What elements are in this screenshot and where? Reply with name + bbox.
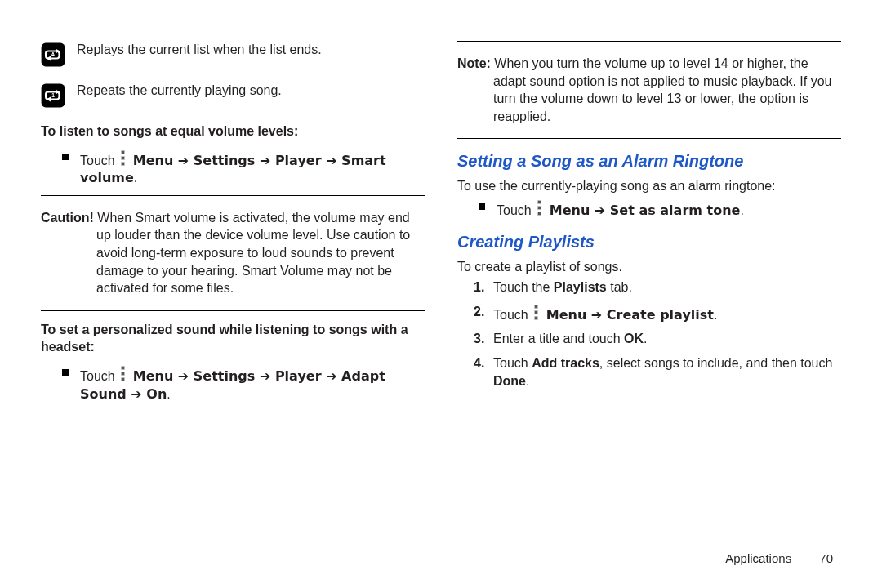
caution-block: Caution! When Smart volume is activated,…	[41, 209, 425, 297]
menu-overflow-icon	[118, 364, 127, 383]
creating-playlists-title: Creating Playlists	[457, 231, 841, 253]
adapt-sound-text: Touch Menu ➔ Settings ➔ Player ➔ Adapt S…	[80, 364, 425, 403]
step-3: 3. Enter a title and touch OK.	[474, 330, 841, 348]
step3-a: Enter a title and touch	[493, 332, 624, 345]
touch-label: Touch	[80, 369, 118, 383]
bullet-icon	[62, 154, 69, 160]
smart-volume-text: Touch Menu ➔ Settings ➔ Player ➔ Smart v…	[80, 149, 425, 187]
playlist-steps: 1. Touch the Playlists tab. 2. Touch Men…	[474, 278, 841, 390]
bullet-icon	[62, 369, 69, 376]
left-column: A Replays the current list when the list…	[41, 41, 425, 572]
touch-label: Touch	[80, 154, 118, 167]
alarm-ringtone-title: Setting a Song as an Alarm Ringtone	[457, 150, 841, 172]
caution-body: When Smart volume is activated, the volu…	[94, 211, 410, 295]
svg-text:A: A	[51, 51, 56, 57]
repeat-one-text: Repeats the currently playing song.	[77, 82, 282, 100]
repeat-one-icon: 1	[41, 83, 65, 108]
repeat-all-row: A Replays the current list when the list…	[41, 41, 425, 67]
repeat-all-icon: A	[41, 42, 65, 67]
svg-text:1: 1	[51, 92, 55, 98]
note-label: Note:	[457, 56, 491, 70]
touch-label: Touch	[497, 203, 535, 217]
step-4: 4. Touch Add tracks, select songs to inc…	[474, 354, 841, 390]
smart-volume-step: Touch Menu ➔ Settings ➔ Player ➔ Smart v…	[62, 149, 425, 187]
menu-path-alarm: Menu ➔ Set as alarm tone	[545, 203, 740, 218]
caution-label: Caution!	[41, 211, 94, 225]
footer-section: Applications	[725, 551, 791, 565]
alarm-step-text: Touch Menu ➔ Set as alarm tone.	[497, 198, 744, 220]
step1-c: tab.	[607, 280, 632, 294]
adapt-sound-heading: To set a personalized sound while listen…	[41, 321, 425, 356]
right-column: Note: When you turn the volume up to lev…	[457, 41, 841, 572]
manual-page: A Replays the current list when the list…	[0, 0, 882, 588]
repeat-one-row: 1 Repeats the currently playing song.	[41, 82, 425, 108]
divider	[457, 138, 841, 139]
repeat-all-text: Replays the current list when the list e…	[77, 41, 322, 59]
step4-b: Add tracks	[532, 356, 599, 370]
step4-a: Touch	[493, 356, 532, 370]
step4-d: Done	[493, 374, 526, 388]
menu-overflow-icon	[118, 149, 127, 167]
alarm-step: Touch Menu ➔ Set as alarm tone.	[479, 198, 841, 220]
playlist-intro: To create a playlist of songs.	[457, 258, 841, 276]
step2-b: Menu ➔ Create playlist	[541, 307, 714, 323]
step-2: 2. Touch Menu ➔ Create playlist.	[474, 303, 841, 324]
bullet-icon	[479, 203, 485, 210]
step1-b: Playlists	[554, 280, 607, 294]
step-1: 1. Touch the Playlists tab.	[474, 278, 841, 296]
footer-page-number: 70	[819, 551, 833, 565]
page-footer: Applications 70	[725, 551, 833, 565]
step3-b: OK	[624, 332, 644, 345]
divider	[41, 310, 425, 311]
menu-overflow-icon	[535, 198, 543, 217]
step1-a: Touch the	[493, 280, 554, 294]
alarm-intro: To use the currently-playing song as an …	[457, 177, 841, 195]
divider	[457, 41, 841, 42]
divider	[41, 195, 425, 196]
adapt-sound-step: Touch Menu ➔ Settings ➔ Player ➔ Adapt S…	[62, 364, 425, 403]
note-body: When you turn the volume up to level 14 …	[491, 56, 832, 123]
step2-a: Touch	[493, 308, 532, 322]
note-block: Note: When you turn the volume up to lev…	[457, 55, 841, 125]
menu-overflow-icon	[532, 303, 540, 322]
equal-volume-heading: To listen to songs at equal volume level…	[41, 122, 425, 140]
step4-c: , select songs to include, and then touc…	[599, 356, 833, 370]
